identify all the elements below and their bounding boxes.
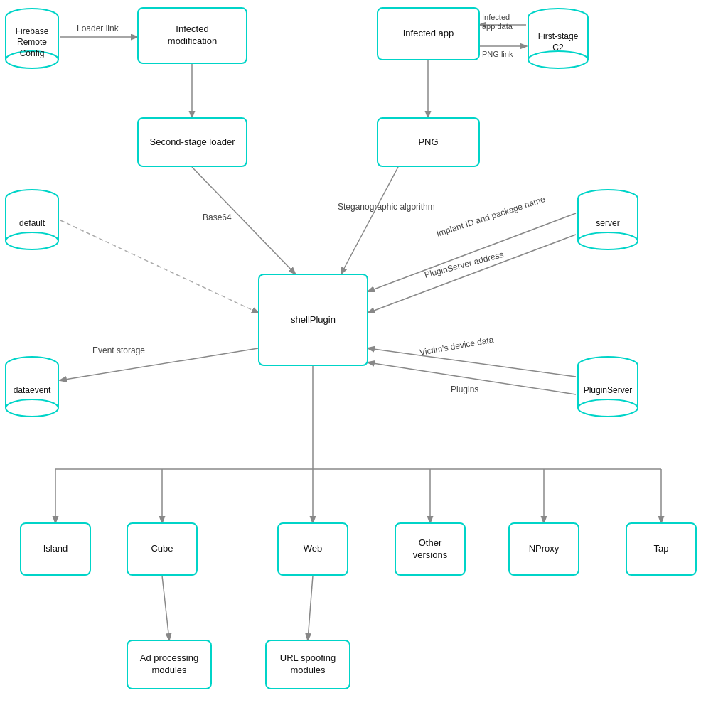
svg-line-22 bbox=[368, 362, 576, 394]
svg-point-49 bbox=[578, 190, 638, 207]
second-stage-node: Second-stage loader bbox=[137, 117, 247, 167]
svg-point-54 bbox=[6, 357, 58, 374]
island-label: Island bbox=[43, 543, 68, 555]
dataevent-label: dataevent bbox=[14, 385, 51, 397]
default-label: default bbox=[19, 218, 45, 230]
pluginserver-node: PluginServer bbox=[576, 355, 640, 419]
svg-text:Event storage: Event storage bbox=[92, 345, 145, 355]
svg-line-11 bbox=[341, 167, 398, 274]
svg-text:PluginServer address: PluginServer address bbox=[423, 249, 504, 280]
diagram-container: Loader link Infected app data PNG link B… bbox=[0, 0, 728, 720]
first-stage-c2-node: First-stageC2 bbox=[526, 7, 590, 71]
svg-line-9 bbox=[192, 167, 295, 274]
infected-app-label: Infected app bbox=[403, 28, 454, 40]
svg-point-53 bbox=[578, 232, 638, 249]
nproxy-node: NProxy bbox=[508, 522, 579, 576]
firebase-node: Firebase Remote Config bbox=[4, 7, 60, 71]
svg-point-39 bbox=[528, 9, 588, 26]
svg-text:Steganographic algorithm: Steganographic algorithm bbox=[338, 202, 435, 212]
server-label: server bbox=[596, 218, 619, 230]
svg-text:PNG link: PNG link bbox=[482, 50, 513, 58]
infected-mod-label: Infectedmodification bbox=[168, 23, 217, 48]
svg-point-34 bbox=[6, 9, 58, 26]
web-node: Web bbox=[277, 522, 348, 576]
nproxy-label: NProxy bbox=[529, 543, 560, 555]
first-stage-c2-label: First-stageC2 bbox=[538, 31, 579, 53]
svg-point-48 bbox=[6, 232, 58, 249]
svg-point-58 bbox=[6, 399, 58, 417]
svg-text:Victim's device data: Victim's device data bbox=[419, 335, 495, 358]
svg-text:Base64: Base64 bbox=[203, 213, 232, 222]
svg-line-18 bbox=[60, 348, 258, 380]
svg-point-44 bbox=[6, 190, 58, 207]
png-label: PNG bbox=[418, 136, 438, 149]
svg-line-32 bbox=[162, 576, 169, 640]
ad-processing-label: Ad processingmodules bbox=[140, 652, 198, 677]
tap-label: Tap bbox=[654, 543, 669, 555]
png-node: PNG bbox=[377, 117, 480, 167]
web-label: Web bbox=[304, 543, 323, 555]
infected-app-node: Infected app bbox=[377, 7, 480, 60]
svg-point-63 bbox=[578, 399, 638, 417]
svg-text:Implant ID and package name: Implant ID and package name bbox=[435, 194, 547, 239]
cube-node: Cube bbox=[127, 522, 198, 576]
cube-label: Cube bbox=[151, 543, 173, 555]
svg-line-20 bbox=[368, 348, 576, 377]
server-node: server bbox=[576, 188, 640, 252]
svg-text:Plugins: Plugins bbox=[451, 385, 478, 394]
infected-mod-node: Infectedmodification bbox=[137, 7, 247, 64]
svg-text:Loader link: Loader link bbox=[77, 23, 119, 33]
other-versions-node: Otherversions bbox=[395, 522, 466, 576]
url-spoofing-label: URL spoofingmodules bbox=[280, 652, 336, 677]
svg-point-59 bbox=[578, 357, 638, 374]
svg-point-43 bbox=[528, 51, 588, 68]
svg-line-13 bbox=[60, 220, 258, 313]
svg-text:Infected: Infected bbox=[482, 13, 510, 21]
default-node: default bbox=[4, 188, 60, 252]
second-stage-label: Second-stage loader bbox=[150, 136, 235, 149]
ad-processing-node: Ad processingmodules bbox=[127, 640, 212, 689]
dataevent-node: dataevent bbox=[4, 355, 60, 419]
island-node: Island bbox=[20, 522, 91, 576]
pluginserver-label: PluginServer bbox=[584, 385, 633, 397]
firebase-label: Firebase Remote Config bbox=[4, 26, 60, 60]
svg-line-33 bbox=[308, 576, 313, 640]
shellplugin-label: shellPlugin bbox=[291, 314, 336, 326]
other-versions-label: Otherversions bbox=[413, 537, 447, 562]
tap-node: Tap bbox=[626, 522, 697, 576]
svg-line-16 bbox=[368, 235, 576, 313]
svg-line-14 bbox=[368, 213, 576, 291]
shellplugin-node: shellPlugin bbox=[258, 274, 368, 366]
url-spoofing-node: URL spoofingmodules bbox=[265, 640, 350, 689]
svg-text:app data: app data bbox=[482, 22, 513, 31]
